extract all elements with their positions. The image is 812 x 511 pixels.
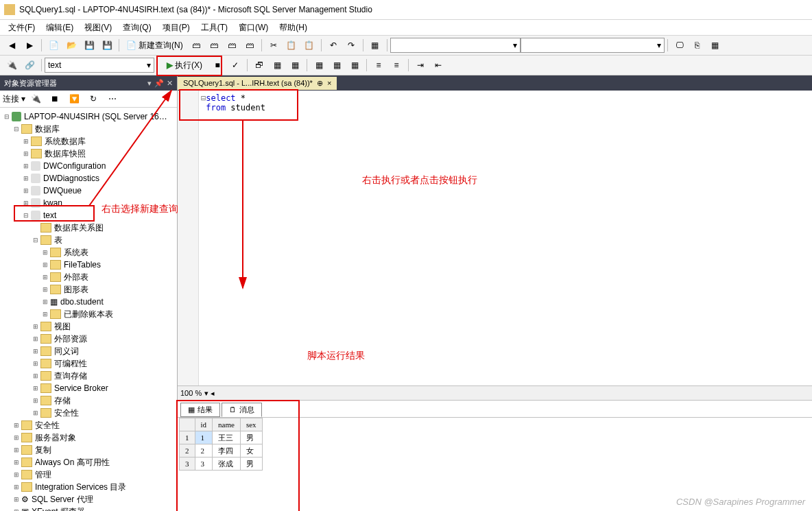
refresh-icon[interactable]: ↻ — [85, 91, 102, 107]
deleted-node[interactable]: ⊞已删除账本表 — [0, 308, 177, 320]
dwq-node[interactable]: ⊞DWQueue — [0, 185, 177, 197]
object-tree: ⊟LAPTOP-4NU4SIRH (SQL Server 16… ⊟数据库 ⊞系… — [0, 108, 177, 511]
editor-area: SQLQuery1.sql - L...IRH.text (sa (84))*⊕… — [178, 75, 812, 511]
dwc-node[interactable]: ⊞DWConfiguration — [0, 160, 177, 172]
ext2-icon[interactable]: ⎘ — [689, 37, 706, 54]
tables-node[interactable]: ⊟表 — [0, 234, 177, 246]
new-query-button[interactable]: 📄 新建查询(N) — [122, 38, 187, 53]
parse-icon[interactable]: ✓ — [227, 57, 243, 73]
title-bar: SQLQuery1.sql - LAPTOP-4NU4SIRH.text (sa… — [0, 0, 812, 20]
comment-icon[interactable]: ▦ — [367, 37, 383, 54]
tbl3-icon[interactable]: 🗃 — [241, 37, 258, 54]
sql-editor[interactable]: ⊟select * from student — [178, 91, 812, 385]
paste-icon[interactable]: 📋 — [301, 37, 318, 54]
databases-node[interactable]: ⊟数据库 — [0, 123, 177, 135]
synonym-node[interactable]: ⊞同义词 — [0, 345, 177, 357]
database-combo[interactable]: text▾ — [45, 58, 154, 73]
agent-node[interactable]: ⊞⚙SQL Server 代理 — [0, 493, 177, 506]
res3-icon[interactable]: ▦ — [346, 57, 363, 73]
saveall-icon[interactable]: 💾 — [99, 37, 115, 54]
connection-icon[interactable]: 🔌 — [3, 57, 20, 73]
close-icon[interactable]: ✕ — [167, 79, 173, 88]
snapshot-node[interactable]: ⊞数据库快照 — [0, 147, 177, 160]
plan2-icon[interactable]: ▦ — [269, 57, 285, 73]
integration-node[interactable]: ⊞Integration Services 目录 — [0, 481, 177, 493]
extres-node[interactable]: ⊞外部资源 — [0, 333, 177, 345]
open-icon[interactable]: 📂 — [63, 37, 80, 54]
new-icon[interactable]: 📄 — [45, 37, 62, 54]
sb-node[interactable]: ⊞Service Broker — [0, 382, 177, 394]
more-icon[interactable]: ⋯ — [104, 91, 121, 107]
connect-button[interactable]: 连接 ▾ — [3, 93, 25, 105]
plan3-icon[interactable]: ▦ — [287, 57, 303, 73]
pin-icon[interactable]: 📌 — [154, 79, 164, 88]
filter-icon[interactable]: 🔽 — [66, 91, 82, 107]
views-node[interactable]: ⊞视图 — [0, 320, 177, 333]
filetables-node[interactable]: ⊞FileTables — [0, 259, 177, 271]
undo-icon[interactable]: ↶ — [325, 37, 342, 54]
external-node[interactable]: ⊞外部表 — [0, 271, 177, 283]
db-icon[interactable]: 🗃 — [188, 37, 204, 54]
dropdown-icon[interactable]: ▾ — [147, 79, 152, 88]
opt2-icon[interactable]: ≡ — [388, 57, 405, 73]
indent-icon[interactable]: ⇥ — [412, 57, 429, 73]
copy-icon[interactable]: 📋 — [283, 37, 300, 54]
server-node[interactable]: ⊟LAPTOP-4NU4SIRH (SQL Server 16… — [0, 110, 177, 123]
serverobj-node[interactable]: ⊞服务器对象 — [0, 431, 177, 444]
ext-icon[interactable]: 🖵 — [671, 37, 688, 54]
sysdb-node[interactable]: ⊞系统数据库 — [0, 135, 177, 147]
conn2-icon[interactable]: 🔗 — [21, 57, 38, 73]
dbdiagram-node[interactable]: 数据库关系图 — [0, 222, 177, 234]
disconnect-icon[interactable]: 🔌 — [27, 91, 44, 107]
search-combo2[interactable]: ▾ — [521, 38, 665, 53]
security-node[interactable]: ⊞安全性 — [0, 407, 177, 419]
student-node[interactable]: ⊞▦dbo.student — [0, 296, 177, 308]
cut-icon[interactable]: ✂ — [265, 37, 282, 54]
menu-edit[interactable]: 编辑(E) — [40, 21, 79, 35]
stop-conn-icon[interactable]: ⏹ — [47, 91, 63, 107]
res1-icon[interactable]: ▦ — [311, 57, 327, 73]
graph-node[interactable]: ⊞图形表 — [0, 283, 177, 296]
menu-bar: 文件(F) 编辑(E) 视图(V) 查询(Q) 项目(P) 工具(T) 窗口(W… — [0, 20, 812, 36]
plan-icon[interactable]: 🗗 — [251, 57, 267, 73]
editor-tab[interactable]: SQLQuery1.sql - L...IRH.text (sa (84))*⊕… — [178, 77, 337, 90]
tab-close-icon[interactable]: × — [327, 79, 331, 87]
prog-node[interactable]: ⊞可编程性 — [0, 357, 177, 370]
tbl2-icon[interactable]: 🗃 — [224, 37, 240, 54]
menu-project[interactable]: 项目(P) — [157, 21, 195, 35]
panel-header: 对象资源管理器 ▾ 📌 ✕ — [0, 75, 177, 91]
systables-node[interactable]: ⊞系统表 — [0, 246, 177, 259]
tbl-icon[interactable]: 🗃 — [206, 37, 222, 54]
replication-node[interactable]: ⊞复制 — [0, 444, 177, 456]
annotation-box — [179, 89, 298, 121]
opt1-icon[interactable]: ≡ — [370, 57, 387, 73]
mgmt-node[interactable]: ⊞管理 — [0, 468, 177, 481]
panel-toolbar: 连接 ▾ 🔌 ⏹ 🔽 ↻ ⋯ — [0, 91, 177, 108]
outdent-icon[interactable]: ⇤ — [430, 57, 446, 73]
storage-node[interactable]: ⊞存储 — [0, 394, 177, 407]
query-toolbar: 🔌 🔗 text▾ ▶ 执行(X) ■ ✓ 🗗 ▦ ▦ ▦ ▦ ▦ ≡ ≡ ⇥ … — [0, 56, 812, 75]
search-combo[interactable]: ▾ — [390, 38, 521, 53]
tab-pin-icon[interactable]: ⊕ — [317, 79, 323, 88]
redo-icon[interactable]: ↷ — [343, 37, 359, 54]
xevent-node[interactable]: ⊞▣XEvent 探查器 — [0, 506, 177, 511]
menu-tools[interactable]: 工具(T) — [195, 21, 233, 35]
menu-view[interactable]: 视图(V) — [79, 21, 117, 35]
zoom-bar: 100 % ▾ ◂ — [178, 385, 812, 400]
alwayson-node[interactable]: ⊞Always On 高可用性 — [0, 456, 177, 468]
window-title: SQLQuery1.sql - LAPTOP-4NU4SIRH.text (sa… — [19, 5, 372, 14]
forward-icon[interactable]: ▶ — [21, 37, 38, 54]
watermark: CSDN @Sarapines Programmer — [676, 497, 805, 507]
querystore-node[interactable]: ⊞查询存储 — [0, 370, 177, 382]
back-icon[interactable]: ◀ — [3, 37, 20, 54]
res2-icon[interactable]: ▦ — [329, 57, 345, 73]
menu-help[interactable]: 帮助(H) — [274, 21, 313, 35]
save-icon[interactable]: 💾 — [81, 37, 97, 54]
dwd-node[interactable]: ⊞DWDiagnostics — [0, 172, 177, 185]
menu-query[interactable]: 查询(Q) — [117, 21, 156, 35]
ext3-icon[interactable]: ▦ — [707, 37, 724, 54]
menu-file[interactable]: 文件(F) — [3, 21, 40, 35]
menu-window[interactable]: 窗口(W) — [233, 21, 274, 35]
security2-node[interactable]: ⊞安全性 — [0, 419, 177, 431]
annotation-text: 右击执行或者点击按钮执行 — [362, 174, 477, 187]
